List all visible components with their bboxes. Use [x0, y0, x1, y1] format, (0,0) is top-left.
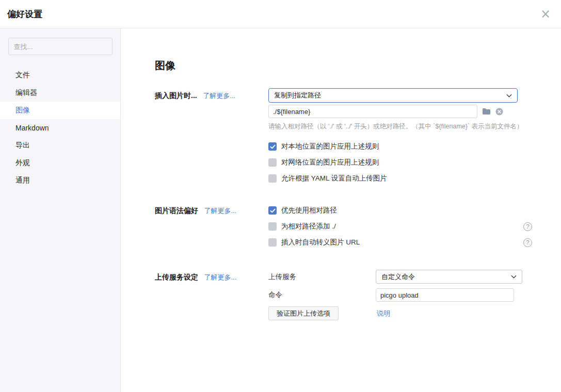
select-value: 自定义命令 — [381, 272, 415, 282]
sidebar-item-label: 编辑器 — [15, 88, 37, 97]
section-insert-label-col: 插入图片时... 了解更多... — [155, 88, 268, 183]
help-icon[interactable]: ? — [523, 238, 532, 247]
section-label: 插入图片时... — [155, 91, 197, 100]
insert-checkbox-list: 对本地位置的图片应用上述规则 对网络位置的图片应用上述规则 — [268, 142, 532, 183]
upload-help-link[interactable]: 说明 — [377, 309, 390, 318]
section-label: 图片语法偏好 — [155, 206, 198, 215]
titlebar: 偏好设置 × — [0, 0, 561, 28]
checkbox-label: 对本地位置的图片应用上述规则 — [281, 142, 379, 151]
section-upload-label-col: 上传服务设定 了解更多... — [155, 270, 268, 325]
check-icon — [270, 208, 276, 213]
checkbox-escape-image-url[interactable] — [268, 238, 277, 247]
chevron-down-icon — [511, 275, 517, 279]
checkbox-label: 插入时自动转义图片 URL — [281, 238, 360, 247]
sidebar-nav: 文件 编辑器 图像 Markdown 导出 外观 通用 — [0, 67, 120, 189]
preferences-window: 偏好设置 × 文件 编辑器 图像 Markdown 导出 — [0, 0, 561, 392]
sidebar-item-file[interactable]: 文件 — [0, 67, 120, 84]
section-upload-controls: 上传服务 自定义命令 命令 验证图片上传选项 — [268, 270, 532, 325]
path-row — [268, 105, 532, 118]
checkbox-row: 对本地位置的图片应用上述规则 — [268, 142, 532, 151]
settings-panel: 图像 插入图片时... 了解更多... 复制到指定路径 — [121, 28, 561, 392]
select-value: 复制到指定路径 — [274, 91, 321, 100]
sidebar-item-label: Markdown — [15, 124, 49, 132]
learn-more-link[interactable]: 了解更多... — [204, 207, 236, 215]
checkbox-row: 允许根据 YAML 设置自动上传图片 — [268, 174, 532, 183]
learn-more-link[interactable]: 了解更多... — [204, 273, 236, 281]
section-label: 上传服务设定 — [155, 273, 198, 281]
sidebar-item-general[interactable]: 通用 — [0, 172, 120, 189]
syntax-checkbox-list: 优先使用相对路径 为相对路径添加 ./ ? — [268, 206, 532, 247]
learn-more-link[interactable]: 了解更多... — [203, 92, 235, 100]
checkbox-row: 优先使用相对路径 — [268, 206, 532, 215]
checkbox-label: 允许根据 YAML 设置自动上传图片 — [281, 174, 387, 183]
sidebar-item-editor[interactable]: 编辑器 — [0, 84, 120, 102]
insert-action-select[interactable]: 复制到指定路径 — [268, 88, 518, 103]
copy-path-input[interactable] — [268, 105, 477, 118]
sidebar: 文件 编辑器 图像 Markdown 导出 外观 通用 — [0, 28, 121, 392]
sidebar-item-label: 文件 — [15, 71, 30, 80]
path-hint: 请输入相对路径（以 './' 或 '../' 开头）或绝对路径。（其中 `${f… — [268, 122, 532, 131]
checkbox-row: 对网络位置的图片应用上述规则 — [268, 158, 532, 167]
upload-service-label: 上传服务 — [268, 272, 376, 282]
sidebar-item-markdown[interactable]: Markdown — [0, 119, 120, 137]
help-icon[interactable]: ? — [523, 222, 532, 231]
window-body: 文件 编辑器 图像 Markdown 导出 外观 通用 — [0, 28, 561, 392]
validate-row: 验证图片上传选项 说明 — [268, 306, 532, 320]
checkbox-add-dot-slash[interactable] — [268, 222, 277, 231]
upload-service-select[interactable]: 自定义命令 — [376, 270, 522, 284]
command-row: 命令 — [268, 288, 532, 302]
checkbox-prefer-relative-path[interactable] — [268, 206, 277, 215]
checkbox-row: 插入时自动转义图片 URL ? — [268, 238, 532, 247]
close-icon[interactable]: × — [540, 8, 551, 20]
checkbox-label: 为相对路径添加 ./ — [281, 222, 336, 231]
folder-icon[interactable] — [482, 108, 491, 115]
upload-service-row: 上传服务 自定义命令 — [268, 270, 532, 284]
sidebar-item-image[interactable]: 图像 — [0, 102, 120, 119]
section-upload-service: 上传服务设定 了解更多... 上传服务 自定义命令 — [155, 270, 532, 325]
checkbox-apply-web-rule[interactable] — [268, 158, 277, 167]
section-image-syntax: 图片语法偏好 了解更多... 优先使用相对路径 — [155, 206, 532, 247]
section-syntax-controls: 优先使用相对路径 为相对路径添加 ./ ? — [268, 206, 532, 247]
section-insert-controls: 复制到指定路径 — [268, 88, 532, 183]
page-title: 图像 — [155, 59, 532, 72]
sidebar-item-label: 图像 — [15, 106, 30, 115]
checkbox-label: 对网络位置的图片应用上述规则 — [281, 158, 379, 167]
command-input[interactable] — [376, 288, 514, 302]
check-icon — [270, 144, 276, 149]
sidebar-item-label: 外观 — [15, 158, 30, 168]
checkbox-row: 为相对路径添加 ./ ? — [268, 222, 532, 231]
validate-upload-button[interactable]: 验证图片上传选项 — [268, 306, 339, 320]
checkbox-label: 优先使用相对路径 — [281, 206, 337, 215]
section-insert-image: 插入图片时... 了解更多... 复制到指定路径 — [155, 88, 532, 183]
checkbox-yaml-auto-upload[interactable] — [268, 174, 277, 183]
chevron-down-icon — [506, 94, 512, 97]
checkbox-apply-local-rule[interactable] — [268, 142, 277, 151]
window-title: 偏好设置 — [7, 8, 42, 20]
command-label: 命令 — [268, 290, 376, 300]
sidebar-item-label: 导出 — [15, 141, 30, 150]
search-input[interactable] — [8, 38, 113, 55]
sidebar-item-label: 通用 — [15, 176, 30, 185]
sidebar-item-export[interactable]: 导出 — [0, 137, 120, 154]
clear-icon[interactable] — [495, 108, 503, 116]
sidebar-item-appearance[interactable]: 外观 — [0, 154, 120, 172]
section-syntax-label-col: 图片语法偏好 了解更多... — [155, 206, 268, 247]
